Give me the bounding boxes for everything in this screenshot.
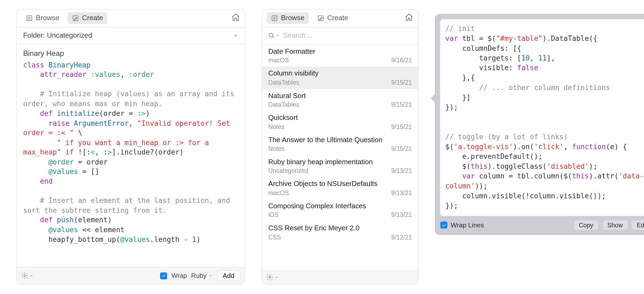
list-item-folder: DataTables	[268, 101, 299, 108]
list-item-date: 9/13/21	[391, 167, 412, 174]
language-selector[interactable]: Ruby	[191, 272, 212, 279]
list-item-title: Column visibility	[268, 70, 412, 78]
list-item-folder: CSS	[268, 233, 281, 240]
toolbar: Browse Create	[262, 9, 418, 28]
list-item[interactable]: Ruby binary heap implementationUncategor…	[262, 155, 418, 177]
popover-tail	[431, 94, 435, 103]
list-item-date: 9/12/21	[391, 233, 412, 240]
gear-button[interactable]	[21, 272, 33, 279]
create-tab[interactable]: Create	[68, 12, 107, 24]
folder-selector[interactable]: Folder: Uncategorized	[17, 28, 245, 44]
browse-icon	[271, 15, 278, 22]
search-input[interactable]	[282, 31, 412, 40]
snippet-list: Date FormattermacOS9/16/21Column visibil…	[262, 45, 418, 270]
create-tab[interactable]: Create	[313, 12, 352, 24]
list-item[interactable]: Date FormattermacOS9/16/21	[262, 45, 418, 67]
preview-popover: // init var tbl = $("#my-table").DataTab…	[435, 14, 644, 235]
gear-button[interactable]	[266, 274, 279, 281]
list-item-title: The Answer to the Ultimate Question	[268, 136, 412, 144]
list-item-title: Date Formatter	[268, 48, 412, 56]
wrap-label: Wrap Lines	[451, 221, 484, 229]
home-button[interactable]	[231, 13, 240, 24]
list-item-title: Composing Complex Interfaces	[268, 202, 412, 210]
copy-button[interactable]: Copy	[574, 220, 598, 230]
list-item-folder: DataTables	[268, 79, 299, 86]
list-item-date: 9/15/21	[391, 79, 412, 86]
list-item-folder: Notes	[268, 145, 284, 152]
list-item-title: Ruby binary heap implementation	[268, 158, 412, 166]
browse-icon	[25, 15, 33, 22]
list-item-title: CSS Reset by Eric Meyer 2.0	[268, 224, 412, 232]
editor-panel: Browse Create Folder: Uncategorized clas…	[17, 9, 245, 284]
home-button[interactable]	[404, 13, 414, 24]
browse-label: Browse	[36, 14, 59, 22]
search-row	[262, 28, 418, 45]
list-item-date: 9/15/21	[391, 145, 412, 152]
svg-point-5	[24, 275, 26, 277]
create-icon	[317, 15, 324, 22]
list-item-title: Quicksort	[268, 114, 412, 122]
edit-button[interactable]: Edit	[632, 220, 644, 230]
list-footer	[262, 270, 418, 284]
list-item-date: 9/13/21	[391, 189, 412, 196]
list-item-date: 9/15/21	[391, 101, 412, 108]
create-label: Create	[327, 14, 348, 22]
language-label: Ruby	[191, 272, 206, 279]
add-button[interactable]: Add	[217, 270, 241, 281]
list-item-folder: macOS	[268, 189, 289, 196]
snippet-title-input[interactable]	[17, 44, 245, 60]
wrap-label: Wrap	[171, 272, 187, 279]
list-item-date: 9/13/21	[391, 211, 412, 218]
wrap-checkbox[interactable]	[160, 272, 167, 279]
list-item-folder: Notes	[268, 123, 284, 130]
list-item-date: 9/15/21	[391, 123, 412, 130]
list-item-title: Archive Objects to NSUserDefaults	[268, 180, 412, 188]
preview-footer: Wrap Lines Copy Show Edit	[436, 216, 644, 235]
browse-label: Browse	[281, 14, 304, 22]
list-item[interactable]: QuicksortNotes9/15/21	[262, 111, 418, 133]
code-editor[interactable]: class BinaryHeap attr_reader :values, :o…	[17, 60, 245, 267]
list-panel: Browse Create Date Form	[262, 9, 418, 284]
browse-tab[interactable]: Browse	[267, 12, 309, 24]
list-item-folder: iOS	[268, 211, 279, 218]
folder-label: Folder: Uncategorized	[23, 31, 92, 40]
list-item-title: Natural Sort	[268, 92, 412, 100]
browse-tab[interactable]: Browse	[21, 12, 63, 24]
wrap-checkbox[interactable]	[440, 222, 447, 229]
list-item[interactable]: Archive Objects to NSUserDefaultsmacOS9/…	[262, 177, 418, 199]
list-item-folder: macOS	[268, 57, 289, 64]
list-item[interactable]: Composing Complex InterfacesiOS9/13/21	[262, 199, 418, 221]
list-item[interactable]: Natural SortDataTables9/15/21	[262, 89, 418, 111]
list-item[interactable]: CSS Reset by Eric Meyer 2.0CSS9/12/21	[262, 221, 418, 243]
editor-footer: Wrap Ruby Add	[17, 267, 245, 284]
svg-point-13	[269, 277, 271, 278]
list-item[interactable]: The Answer to the Ultimate QuestionNotes…	[262, 133, 418, 155]
svg-line-12	[272, 37, 274, 38]
list-item-folder: Uncategorized	[268, 167, 308, 174]
list-item[interactable]: Column visibilityDataTables9/15/21	[262, 67, 418, 89]
list-item-date: 9/16/21	[391, 57, 412, 64]
create-label: Create	[82, 14, 103, 22]
search-icon	[268, 32, 280, 39]
svg-point-11	[269, 33, 273, 37]
preview-code: // init var tbl = $("#my-table").DataTab…	[440, 19, 644, 216]
create-icon	[72, 15, 79, 22]
chevron-down-icon	[233, 33, 239, 39]
toolbar: Browse Create	[17, 9, 245, 28]
show-button[interactable]: Show	[602, 220, 628, 230]
